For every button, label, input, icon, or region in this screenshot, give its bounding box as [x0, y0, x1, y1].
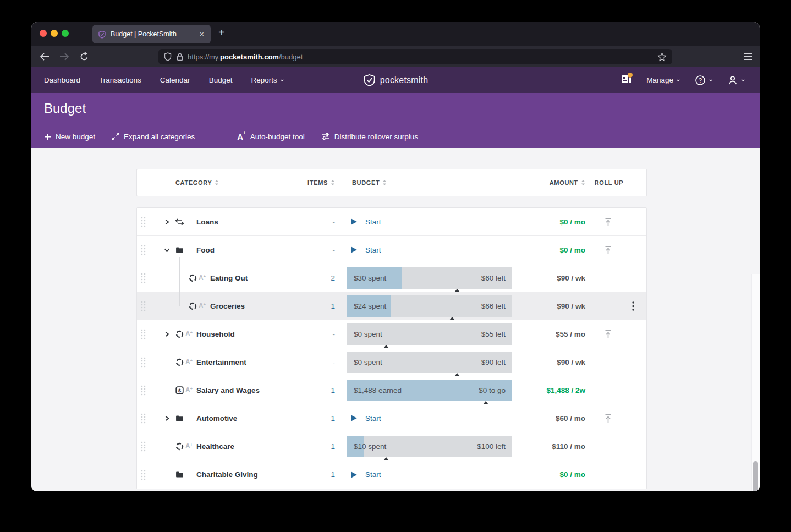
drag-handle-icon[interactable] — [140, 376, 146, 404]
budget-bar[interactable]: $1,488 earned $0 to go — [347, 380, 512, 401]
expand-all-categories-button[interactable]: Expand all categories — [112, 133, 195, 141]
category-label[interactable]: Healthcare — [196, 432, 234, 460]
table-row-salary-and-wages[interactable]: $ A+ Salary and Wages 1 $1,488 earned $0… — [137, 376, 646, 404]
manage-menu[interactable]: Manage — [646, 76, 680, 84]
rollup-icon[interactable] — [602, 404, 613, 432]
svg-text:$: $ — [178, 388, 180, 393]
category-label[interactable]: Loans — [196, 208, 218, 235]
forward-icon[interactable] — [58, 51, 70, 63]
new-tab-button[interactable]: + — [218, 26, 225, 39]
sort-icon[interactable] — [331, 179, 335, 186]
url-bar[interactable]: https://my.pocketsmith.com/budget — [158, 49, 672, 64]
drag-handle-icon[interactable] — [140, 404, 146, 432]
amount: $90 / wk — [517, 348, 585, 376]
rollup-icon[interactable] — [602, 236, 613, 264]
rollover-icon — [188, 292, 197, 320]
table-row-healthcare[interactable]: A+ Healthcare 1 $10 spent $100 left $110… — [137, 432, 646, 460]
rollup-icon[interactable] — [602, 320, 613, 348]
url-text[interactable]: https://my.pocketsmith.com/budget — [188, 53, 303, 61]
row-menu-icon[interactable] — [629, 292, 638, 320]
start-budget-button[interactable]: Start — [350, 208, 381, 235]
start-budget-button[interactable]: Start — [350, 404, 381, 432]
drag-handle-icon[interactable] — [140, 460, 146, 489]
category-label[interactable]: Household — [196, 320, 235, 348]
bookmark-star-icon[interactable] — [657, 52, 667, 62]
chevron-down-icon — [676, 78, 680, 83]
sort-icon[interactable] — [382, 179, 387, 186]
table-row-food[interactable]: Food - Start $0 / mo — [137, 236, 646, 264]
sort-icon[interactable] — [215, 179, 219, 186]
amount: $55 / mo — [517, 320, 585, 348]
start-budget-button[interactable]: Start — [350, 460, 381, 489]
browser-tab[interactable]: Budget | PocketSmith × — [92, 25, 211, 43]
nav-budget[interactable]: Budget — [209, 76, 233, 84]
budget-bar[interactable]: $0 spent $55 left — [347, 323, 512, 345]
table-row-automotive[interactable]: Automotive 1 Start $60 / mo — [137, 404, 646, 432]
nav-reports[interactable]: Reports — [251, 76, 284, 84]
category-label[interactable]: Salary and Wages — [196, 376, 260, 404]
auto-budget-tool-button[interactable]: A+ Auto-budget tool — [237, 132, 305, 141]
chevron-right-icon[interactable] — [162, 320, 171, 348]
table-row-eating-out[interactable]: A+ Eating Out 2 $30 spent $60 left $90 /… — [137, 264, 646, 292]
distribute-rollover-surplus-button[interactable]: Distribute rollover surplus — [321, 133, 418, 141]
zoom-window-button[interactable] — [62, 30, 69, 37]
category-label[interactable]: Entertainment — [196, 348, 246, 376]
minimize-window-button[interactable] — [51, 30, 58, 37]
lock-icon[interactable] — [177, 53, 183, 61]
drag-handle-icon[interactable] — [140, 292, 146, 320]
budget-bar[interactable]: $30 spent $60 left — [347, 267, 512, 289]
amount: $110 / mo — [517, 432, 585, 460]
nav-transactions[interactable]: Transactions — [99, 76, 141, 84]
rollover-icon — [174, 320, 184, 348]
help-menu[interactable]: ? — [695, 75, 713, 86]
column-category[interactable]: CATEGORY — [175, 169, 219, 196]
category-label[interactable]: Charitable Giving — [196, 460, 258, 489]
bar-left-label: $66 left — [481, 295, 506, 317]
column-budget[interactable]: BUDGET — [352, 169, 387, 196]
category-label[interactable]: Eating Out — [210, 264, 248, 292]
bar-left-label: $60 left — [481, 267, 506, 289]
column-amount[interactable]: AMOUNT — [517, 169, 585, 196]
reload-icon[interactable] — [78, 51, 90, 63]
amount: $60 / mo — [517, 404, 585, 432]
table-row-charitable-giving[interactable]: Charitable Giving 1 Start $0 / mo — [137, 460, 646, 489]
budget-bar[interactable]: $0 spent $90 left — [347, 352, 512, 373]
back-icon[interactable] — [39, 51, 51, 63]
table-row-entertainment[interactable]: A+ Entertainment - $0 spent $90 left $90… — [137, 348, 646, 376]
new-budget-button[interactable]: New budget — [44, 133, 95, 141]
chevron-down-icon[interactable] — [162, 236, 171, 264]
tab-close-icon[interactable]: × — [199, 30, 205, 39]
items-count: 2 — [302, 264, 335, 292]
nav-dashboard[interactable]: Dashboard — [44, 76, 80, 84]
table-row-groceries[interactable]: A+ Groceries 1 $24 spent $66 left $90 / … — [137, 292, 646, 320]
rollup-icon[interactable] — [602, 208, 613, 235]
nav-calendar[interactable]: Calendar — [160, 76, 190, 84]
drag-handle-icon[interactable] — [140, 432, 146, 460]
sort-icon[interactable] — [581, 179, 585, 186]
drag-handle-icon[interactable] — [140, 236, 146, 264]
close-window-button[interactable] — [40, 30, 47, 37]
whats-new-icon[interactable] — [621, 74, 632, 86]
scrollbar-track[interactable] — [751, 274, 760, 491]
auto-budget-icon: A+ — [185, 376, 193, 404]
table-row-household[interactable]: A+ Household - $0 spent $55 left $55 / m… — [137, 320, 646, 348]
category-label[interactable]: Groceries — [210, 292, 245, 320]
scrollbar-thumb[interactable] — [753, 461, 758, 491]
drag-handle-icon[interactable] — [140, 348, 146, 376]
budget-bar[interactable]: $10 spent $100 left — [347, 436, 512, 457]
drag-handle-icon[interactable] — [140, 264, 146, 292]
chevron-right-icon[interactable] — [162, 404, 171, 432]
category-label[interactable]: Food — [196, 236, 215, 264]
table-row-loans[interactable]: Loans - Start $0 / mo — [137, 208, 646, 236]
column-items[interactable]: ITEMS — [296, 169, 335, 196]
start-budget-button[interactable]: Start — [350, 236, 381, 264]
chevron-right-icon[interactable] — [162, 208, 171, 235]
drag-handle-icon[interactable] — [140, 208, 146, 235]
budget-bar[interactable]: $24 spent $66 left — [347, 295, 512, 317]
drag-handle-icon[interactable] — [140, 320, 146, 348]
tracking-shield-icon[interactable] — [164, 52, 172, 61]
category-label[interactable]: Automotive — [196, 404, 237, 432]
pocketsmith-logo[interactable]: pocketsmith — [363, 74, 429, 87]
account-menu[interactable] — [727, 75, 745, 86]
menu-icon[interactable] — [742, 51, 754, 63]
